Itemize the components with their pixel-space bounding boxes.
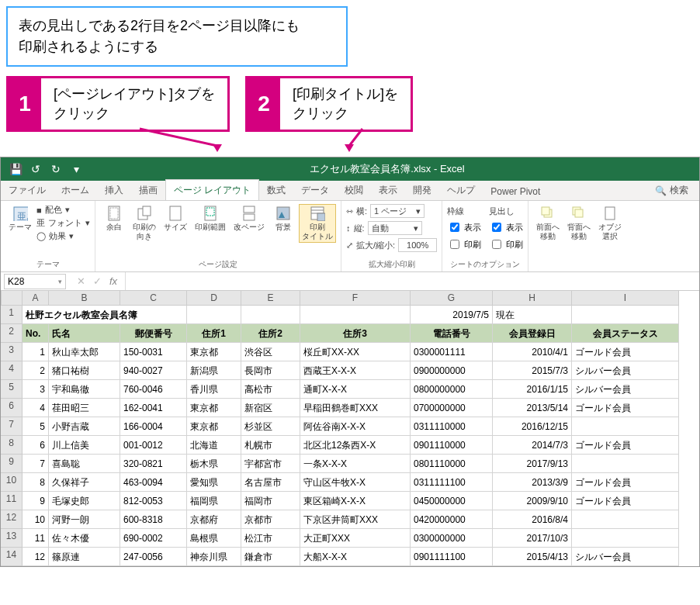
cell-status[interactable]: ゴールド会員: [572, 343, 679, 361]
cell-addr2[interactable]: 福岡市: [241, 492, 300, 510]
cell-zip[interactable]: 940-0027: [120, 361, 187, 380]
headings-view-checkbox[interactable]: 表示: [489, 220, 523, 234]
cell-date[interactable]: 2013/3/9: [493, 473, 572, 492]
cell-addr1[interactable]: 香川県: [187, 380, 241, 399]
cell-addr3[interactable]: 大船X-X-X: [300, 548, 411, 566]
cell-date[interactable]: 2016/12/15: [493, 417, 572, 436]
table-header-cell[interactable]: 住所3: [300, 324, 411, 343]
formula-bar[interactable]: [125, 272, 699, 290]
print-area-button[interactable]: 印刷範囲: [192, 204, 229, 233]
cell-addr1[interactable]: 福岡県: [187, 492, 241, 510]
cell-no[interactable]: 4: [23, 399, 49, 417]
cell-no[interactable]: 7: [23, 455, 49, 473]
cell[interactable]: [300, 306, 411, 324]
fx-icon[interactable]: fx: [109, 275, 117, 287]
cancel-icon[interactable]: ✕: [77, 275, 85, 287]
cell-tel[interactable]: 0450000000: [411, 492, 493, 510]
cell-name[interactable]: 荏田昭三: [49, 399, 120, 417]
cell-addr2[interactable]: 長岡市: [241, 361, 300, 380]
row-header[interactable]: 10: [1, 473, 23, 492]
enter-icon[interactable]: ✓: [93, 275, 102, 287]
colors-button[interactable]: ■配色▾: [36, 204, 90, 216]
cell-tel[interactable]: 0900000000: [411, 361, 493, 380]
cell-no[interactable]: 5: [23, 417, 49, 436]
cell-name[interactable]: 久保祥子: [49, 473, 120, 492]
gridlines-view-checkbox[interactable]: 表示: [447, 220, 481, 234]
title-date-cell[interactable]: 2019/7/5: [411, 306, 493, 324]
cell-name[interactable]: 小野吉蔵: [49, 417, 120, 436]
title-status-cell[interactable]: 現在: [493, 306, 572, 324]
cell-date[interactable]: 2015/4/13: [493, 548, 572, 566]
cell-name[interactable]: 川上信美: [49, 436, 120, 455]
cell-zip[interactable]: 001-0012: [120, 436, 187, 455]
cell-name[interactable]: 河野一朗: [49, 510, 120, 529]
cell-addr1[interactable]: 京都府: [187, 510, 241, 529]
cell-date[interactable]: 2010/4/1: [493, 343, 572, 361]
tab-review[interactable]: 校閲: [337, 180, 371, 200]
cell-date[interactable]: 2013/5/14: [493, 399, 572, 417]
print-titles-button[interactable]: 印刷 タイトル: [299, 204, 336, 243]
cell[interactable]: [241, 306, 300, 324]
cell-zip[interactable]: 690-0002: [120, 529, 187, 548]
save-icon[interactable]: 💾: [9, 162, 23, 176]
cell-tel[interactable]: 0300000000: [411, 529, 493, 548]
cell-zip[interactable]: 166-0004: [120, 417, 187, 436]
cell-no[interactable]: 12: [23, 548, 49, 566]
cell-zip[interactable]: 150-0031: [120, 343, 187, 361]
cell-status[interactable]: ゴールド会員: [572, 436, 679, 455]
cell-tel[interactable]: 0901110000: [411, 436, 493, 455]
row-header[interactable]: 6: [1, 399, 23, 417]
bring-forward-button[interactable]: 前面へ 移動: [533, 204, 563, 243]
cell-addr2[interactable]: 京都市: [241, 510, 300, 529]
tab-home[interactable]: ホーム: [54, 180, 97, 200]
cell-tel[interactable]: 0311110000: [411, 417, 493, 436]
cell-addr3[interactable]: 阿佐谷南X-X-X: [300, 417, 411, 436]
cell-status[interactable]: ゴールド会員: [572, 492, 679, 510]
redo-icon[interactable]: ↻: [49, 162, 63, 176]
row-header[interactable]: 12: [1, 510, 23, 529]
cell-addr1[interactable]: 北海道: [187, 436, 241, 455]
column-header[interactable]: A: [23, 291, 49, 306]
table-header-cell[interactable]: 氏名: [49, 324, 120, 343]
selection-pane-button[interactable]: オブジ 選択: [595, 204, 625, 243]
table-header-cell[interactable]: No.: [23, 324, 49, 343]
cell-status[interactable]: シルバー会員: [572, 361, 679, 380]
height-dropdown[interactable]: 自動▾: [368, 221, 422, 235]
send-backward-button[interactable]: 背面へ 移動: [564, 204, 594, 243]
table-header-cell[interactable]: 住所1: [187, 324, 241, 343]
cell-addr3[interactable]: 下京区井筒町XXX: [300, 510, 411, 529]
cell-zip[interactable]: 463-0094: [120, 473, 187, 492]
cell-addr3[interactable]: 早稲田鶴巻町XXX: [300, 399, 411, 417]
cell-zip[interactable]: 320-0821: [120, 455, 187, 473]
cell-tel[interactable]: 0311111100: [411, 473, 493, 492]
cell-addr1[interactable]: 神奈川県: [187, 548, 241, 566]
cell-addr3[interactable]: 桜丘町XX-XX: [300, 343, 411, 361]
cell-addr2[interactable]: 新宿区: [241, 399, 300, 417]
cell-name[interactable]: 毛塚史郎: [49, 492, 120, 510]
size-button[interactable]: サイズ: [161, 204, 190, 233]
cell-addr3[interactable]: 東区箱崎X-X-X: [300, 492, 411, 510]
cell-addr1[interactable]: 東京都: [187, 417, 241, 436]
table-header-cell[interactable]: 会員ステータス: [572, 324, 679, 343]
cell-name[interactable]: 佐々木優: [49, 529, 120, 548]
cell-status[interactable]: シルバー会員: [572, 548, 679, 566]
row-header[interactable]: 7: [1, 417, 23, 436]
cell-date[interactable]: 2016/1/15: [493, 380, 572, 399]
cell-addr2[interactable]: 札幌市: [241, 436, 300, 455]
row-header[interactable]: 1: [1, 306, 23, 324]
orientation-button[interactable]: 印刷の 向き: [130, 204, 159, 243]
cell-tel[interactable]: 0700000000: [411, 399, 493, 417]
cell-no[interactable]: 2: [23, 361, 49, 380]
cell-date[interactable]: 2014/7/3: [493, 436, 572, 455]
cell-addr3[interactable]: 北区北12条西X-X: [300, 436, 411, 455]
row-header[interactable]: 13: [1, 529, 23, 548]
table-header-cell[interactable]: 郵便番号: [120, 324, 187, 343]
cell-date[interactable]: 2015/7/3: [493, 361, 572, 380]
cell-addr3[interactable]: 一条X-X-X: [300, 455, 411, 473]
effects-button[interactable]: ◯効果▾: [36, 230, 90, 242]
row-header[interactable]: 2: [1, 324, 23, 343]
tab-formulas[interactable]: 数式: [259, 180, 293, 200]
cell-tel[interactable]: 0801110000: [411, 455, 493, 473]
row-header[interactable]: 4: [1, 361, 23, 380]
cell-tel[interactable]: 0901111100: [411, 548, 493, 566]
